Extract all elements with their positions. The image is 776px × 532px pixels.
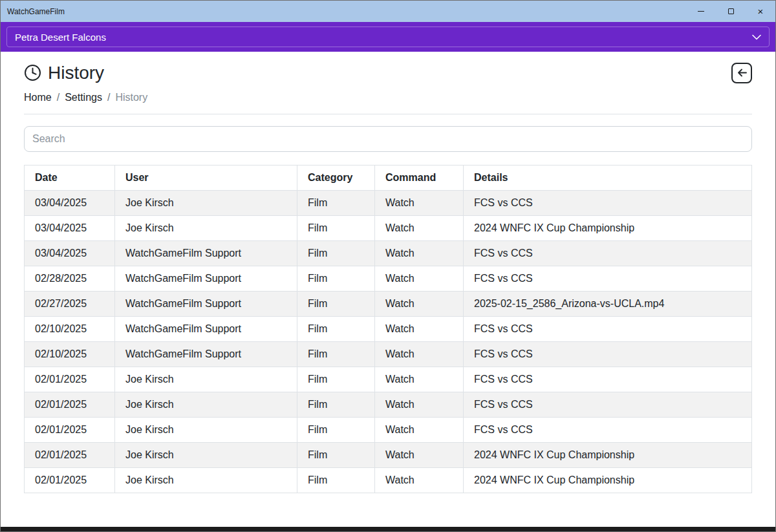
table-cell: Watch — [375, 190, 464, 215]
table-cell: 02/01/2025 — [25, 442, 115, 467]
table-cell: Film — [297, 442, 375, 467]
table-cell: Watch — [375, 341, 464, 367]
table-cell: FCS vs CCS — [464, 240, 752, 266]
back-arrow-icon — [737, 68, 748, 78]
table-cell: Watch — [375, 442, 464, 467]
page-header: History — [24, 62, 752, 84]
close-button[interactable]: × — [746, 1, 775, 22]
maximize-icon — [728, 8, 734, 14]
table-cell: Film — [297, 190, 375, 215]
table-cell: WatchGameFilm Support — [115, 291, 297, 316]
minimize-icon — [698, 11, 704, 12]
bottom-bar — [1, 527, 775, 531]
table-cell: FCS vs CCS — [464, 316, 752, 341]
table-cell: 02/10/2025 — [25, 341, 115, 367]
table-cell: 02/10/2025 — [25, 316, 115, 341]
column-header-details: Details — [464, 165, 752, 190]
table-cell: Watch — [375, 467, 464, 493]
table-cell: 02/01/2025 — [25, 467, 115, 493]
table-cell: 2024 WNFC IX Cup Championship — [464, 467, 752, 493]
table-row: 02/01/2025Joe KirschFilmWatchFCS vs CCS — [25, 367, 752, 392]
table-cell: FCS vs CCS — [464, 266, 752, 291]
table-cell: 2024 WNFC IX Cup Championship — [464, 215, 752, 240]
table-cell: WatchGameFilm Support — [115, 266, 297, 291]
table-cell: FCS vs CCS — [464, 190, 752, 215]
table-row: 02/01/2025Joe KirschFilmWatch2024 WNFC I… — [25, 467, 752, 493]
table-cell: Joe Kirsch — [115, 442, 297, 467]
table-cell: Watch — [375, 266, 464, 291]
table-cell: Watch — [375, 291, 464, 316]
title-bar: WatchGameFilm × — [1, 1, 775, 22]
table-cell: Film — [297, 316, 375, 341]
table-cell: Watch — [375, 392, 464, 417]
table-cell: Watch — [375, 215, 464, 240]
search-input[interactable] — [24, 126, 752, 152]
table-cell: Watch — [375, 316, 464, 341]
column-header-command: Command — [375, 165, 464, 190]
table-row: 02/10/2025WatchGameFilm SupportFilmWatch… — [25, 316, 752, 341]
table-cell: FCS vs CCS — [464, 341, 752, 367]
table-cell: 02/01/2025 — [25, 367, 115, 392]
team-bar: Petra Desert Falcons — [1, 22, 775, 52]
table-cell: WatchGameFilm Support — [115, 341, 297, 367]
divider — [24, 114, 752, 114]
breadcrumb-settings[interactable]: Settings — [65, 92, 102, 103]
table-row: 03/04/2025Joe KirschFilmWatchFCS vs CCS — [25, 190, 752, 215]
table-cell: WatchGameFilm Support — [115, 240, 297, 266]
table-cell: Joe Kirsch — [115, 417, 297, 442]
table-cell: Joe Kirsch — [115, 392, 297, 417]
table-row: 02/28/2025WatchGameFilm SupportFilmWatch… — [25, 266, 752, 291]
table-cell: Film — [297, 367, 375, 392]
table-cell: 03/04/2025 — [25, 215, 115, 240]
back-button[interactable] — [731, 63, 752, 83]
table-cell: Film — [297, 341, 375, 367]
table-cell: Film — [297, 467, 375, 493]
table-body: 03/04/2025Joe KirschFilmWatchFCS vs CCS0… — [25, 190, 752, 493]
table-header-row: Date User Category Command Details — [25, 165, 752, 190]
table-cell: Watch — [375, 240, 464, 266]
main-content: History Home / Settings / History — [1, 52, 775, 527]
table-cell: Joe Kirsch — [115, 467, 297, 493]
table-cell: WatchGameFilm Support — [115, 316, 297, 341]
table-cell: Film — [297, 266, 375, 291]
table-cell: Film — [297, 240, 375, 266]
column-header-user: User — [115, 165, 297, 190]
table-row: 03/04/2025Joe KirschFilmWatch2024 WNFC I… — [25, 215, 752, 240]
minimize-button[interactable] — [686, 1, 716, 22]
table-cell: 02/01/2025 — [25, 392, 115, 417]
breadcrumb-separator: / — [57, 92, 59, 103]
table-cell: 03/04/2025 — [25, 240, 115, 266]
table-cell: 02/27/2025 — [25, 291, 115, 316]
table-cell: FCS vs CCS — [464, 392, 752, 417]
page-title: History — [48, 62, 104, 84]
table-cell: Film — [297, 417, 375, 442]
table-cell: Film — [297, 291, 375, 316]
table-cell: 2024 WNFC IX Cup Championship — [464, 442, 752, 467]
team-selector-value: Petra Desert Falcons — [15, 32, 106, 43]
table-cell: 03/04/2025 — [25, 190, 115, 215]
team-selector[interactable]: Petra Desert Falcons — [6, 27, 770, 47]
table-cell: Joe Kirsch — [115, 367, 297, 392]
maximize-button[interactable] — [716, 1, 746, 22]
table-row: 03/04/2025WatchGameFilm SupportFilmWatch… — [25, 240, 752, 266]
table-cell: 02/28/2025 — [25, 266, 115, 291]
table-row: 02/01/2025Joe KirschFilmWatch2024 WNFC I… — [25, 442, 752, 467]
app-window: WatchGameFilm × Petra Desert Falcons — [0, 0, 776, 532]
table-row: 02/10/2025WatchGameFilm SupportFilmWatch… — [25, 341, 752, 367]
window-controls: × — [686, 1, 775, 22]
table-cell: 02/01/2025 — [25, 417, 115, 442]
table-row: 02/01/2025Joe KirschFilmWatchFCS vs CCS — [25, 417, 752, 442]
table-cell: 2025-02-15_2586_Arizona-vs-UCLA.mp4 — [464, 291, 752, 316]
table-cell: FCS vs CCS — [464, 367, 752, 392]
table-row: 02/01/2025Joe KirschFilmWatchFCS vs CCS — [25, 392, 752, 417]
history-table: Date User Category Command Details 03/04… — [24, 165, 752, 493]
table-cell: Film — [297, 215, 375, 240]
table-cell: Film — [297, 392, 375, 417]
table-cell: Joe Kirsch — [115, 215, 297, 240]
column-header-date: Date — [25, 165, 115, 190]
breadcrumb-home[interactable]: Home — [24, 92, 52, 103]
close-icon: × — [758, 6, 764, 16]
clock-icon — [24, 64, 41, 81]
table-cell: Joe Kirsch — [115, 190, 297, 215]
breadcrumb: Home / Settings / History — [24, 92, 752, 103]
